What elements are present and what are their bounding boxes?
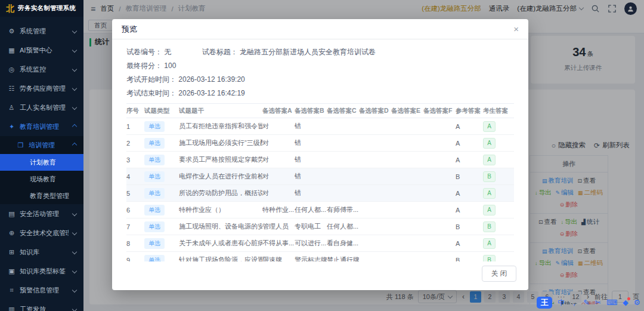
option-a: 对 [262, 189, 295, 198]
sidebar-item-label: 工人实名制管理 [20, 103, 69, 112]
sidebar-item[interactable]: ⌗ 预警信息管理 [0, 281, 83, 300]
close-icon[interactable]: × [513, 24, 519, 33]
sidebar-item-label: 安全活动管理 [20, 210, 69, 218]
table-row[interactable]: 9 单选 针对施工现场危险源，应设置相应什么 限速牌 警示标志牌 禁止通行牌 B… [126, 252, 514, 261]
sidebar-item[interactable]: ▥ 工资发放 [0, 300, 83, 311]
sidebar-item[interactable]: ⊞ 知识库 [0, 242, 83, 261]
option-c: 看自身健... [327, 239, 359, 248]
modal-body: 试卷编号： 无 试卷标题： 龙融路五分部新进场人员安全教育培训试卷 最终得分： … [112, 39, 528, 261]
option-b: 错 [295, 189, 327, 198]
row-number: 3 [126, 156, 144, 164]
option-a: 限速牌 [262, 255, 295, 261]
candidate-answer-cell: B [483, 171, 514, 182]
row-number: 8 [126, 240, 144, 247]
sidebar-item-icon: ❐ [17, 141, 24, 149]
table-row[interactable]: 7 单选 施工现场照明、设备电源的安装、拆... 管理人员 专职电工 任何人都.… [126, 218, 514, 235]
column-header: 备选答案C [327, 107, 359, 115]
ime-tool-icon[interactable]: ⌨ [606, 299, 617, 307]
chevron-icon [72, 67, 77, 72]
sidebar-item[interactable]: 计划教育 [0, 154, 83, 171]
question-type-badge: 单选 [144, 155, 165, 165]
sidebar-item[interactable]: ❐ 培训管理 [0, 136, 83, 154]
final-score: 最终得分： 100 [126, 61, 514, 70]
table-row[interactable]: 1 单选 员工有拒绝违章指挥和强令冒险作业... 对 错 A A [126, 118, 514, 135]
sidebar-item[interactable]: ◎ 系统监控 [0, 60, 83, 79]
ime-tool-icon[interactable]: ◆ [623, 299, 628, 307]
sidebar-item-icon: ▦ [8, 47, 16, 54]
table-row[interactable]: 3 单选 要求员工严格按照规定穿戴劳动防护... 对 错 A A [126, 152, 514, 168]
option-a: 特种作业... [262, 205, 295, 214]
option-b: 错 [295, 138, 327, 147]
paper-number: 试卷编号： 无 [126, 48, 171, 56]
question-type-badge: 单选 [144, 138, 165, 149]
app-logo: 北 劳务实名制管理系统 [0, 0, 83, 17]
exam-end-time: 考试结束时间： 2026-03-12 16:42:19 [126, 88, 514, 98]
reference-answer: A [456, 207, 483, 214]
column-header: 备选答案F [423, 107, 456, 115]
ime-tool-icon[interactable]: ， [571, 299, 578, 307]
chevron-icon [72, 269, 77, 273]
candidate-answer-cell: B [483, 221, 514, 232]
questions-table: 序号 试题类型 试题题干 备选答案A 备选答案B 备选答案C 备选答案D 备选 [126, 103, 514, 261]
ime-logo-icon[interactable]: 王 [537, 297, 552, 309]
chevron-icon [72, 124, 77, 129]
option-b: 错 [295, 122, 327, 131]
option-a: 管理人员 [262, 222, 295, 231]
candidate-answer-badge: A [483, 188, 496, 199]
sidebar-item-icon: ✦ [8, 123, 16, 131]
sidebar-item-label: 培训管理 [29, 141, 69, 150]
sidebar-item-label: 计划教育 [30, 158, 78, 167]
row-number: 1 [126, 123, 144, 130]
question-type-badge: 单选 [144, 171, 165, 182]
logo-icon: 北 [6, 4, 14, 13]
chevron-icon [72, 230, 77, 235]
sidebar-item[interactable]: ⚙ 系统管理 [0, 21, 83, 41]
ime-toolbar: 王 中 ， ✎ ✂ ⌨ ◆ ⚙ [537, 297, 640, 309]
chevron-icon [72, 307, 77, 311]
sidebar-item[interactable]: ✦ 教育培训管理 [0, 117, 83, 136]
column-header: 考生答案 [483, 107, 514, 115]
question-stem: 要求员工严格按照规定穿戴劳动防护... [179, 155, 262, 164]
candidate-answer-cell: A [483, 188, 514, 199]
sidebar-item-icon: ♙ [8, 104, 16, 112]
sidebar-item[interactable]: ▣ 知识库类型标签 [0, 261, 83, 281]
table-row[interactable]: 4 单选 电焊作业人员在进行作业前检查好周... 对 错 B B [126, 168, 514, 185]
option-c: 有师傅带... [327, 205, 359, 214]
sidebar-item[interactable]: ▤ 安全活动管理 [0, 204, 83, 223]
sidebar-item[interactable]: ☷ 劳务供应商管理 [0, 79, 83, 98]
ime-icons: 中 ， ✎ ✂ ⌨ ◆ ⚙ [558, 299, 640, 307]
ime-tool-icon[interactable]: ✂ [595, 299, 601, 307]
row-number: 5 [126, 190, 144, 197]
sidebar-nav: ⚙ 系统管理 ▦ AI预警中心 ◎ 系统监控 ☷ [0, 17, 83, 311]
ime-tool-icon[interactable]: ✎ [583, 299, 589, 307]
candidate-answer-badge: A [483, 155, 496, 165]
sidebar-item-label: 知识库类型标签 [20, 267, 69, 276]
table-row[interactable]: 5 单选 所说的劳动防护用品，概括说是指头... 对 错 A A [126, 185, 514, 202]
ime-tool-icon[interactable]: 中 [558, 299, 565, 307]
sidebar-item-label: 工资发放 [20, 305, 69, 311]
sidebar-item-icon: ▤ [8, 210, 16, 218]
option-a: 对 [262, 138, 295, 147]
reference-answer: A [456, 156, 483, 164]
close-button[interactable]: 关 闭 [482, 266, 516, 282]
sidebar-item[interactable]: ▦ AI预警中心 [0, 41, 83, 60]
sidebar-item[interactable]: ♙ 工人实名制管理 [0, 98, 83, 117]
column-header: 备选答案A [262, 107, 295, 115]
sidebar-item[interactable]: ⊕ 安全技术交底管理 [0, 223, 83, 242]
ime-tool-icon[interactable]: ⚙ [634, 299, 640, 307]
sidebar-item[interactable]: 现场教育 [0, 171, 83, 187]
candidate-answer-cell: A [483, 138, 514, 149]
table-row[interactable]: 8 单选 关于未成年人或者患有心脏病、高血... 不得从事... 可以进行...… [126, 235, 514, 252]
option-a: 对 [262, 172, 295, 181]
sidebar-item[interactable]: 教育类型管理 [0, 187, 83, 204]
table-row[interactable]: 2 单选 施工现场用电必须实行“三级配电二级... 对 错 A A [126, 135, 514, 152]
column-header: 备选答案E [391, 107, 423, 115]
sidebar-item-icon: ☷ [8, 85, 16, 93]
table-row[interactable]: 6 单选 特种作业应（） 特种作业... 任何人都... 有师傅带... A A [126, 202, 514, 218]
reference-answer: A [456, 140, 483, 147]
question-type-cell: 单选 [144, 238, 179, 249]
sidebar-item-label: 预警信息管理 [20, 286, 69, 295]
app-title: 劳务实名制管理系统 [18, 4, 76, 13]
question-stem: 员工有拒绝违章指挥和强令冒险作业... [179, 122, 262, 131]
candidate-answer-badge: A [483, 205, 496, 215]
